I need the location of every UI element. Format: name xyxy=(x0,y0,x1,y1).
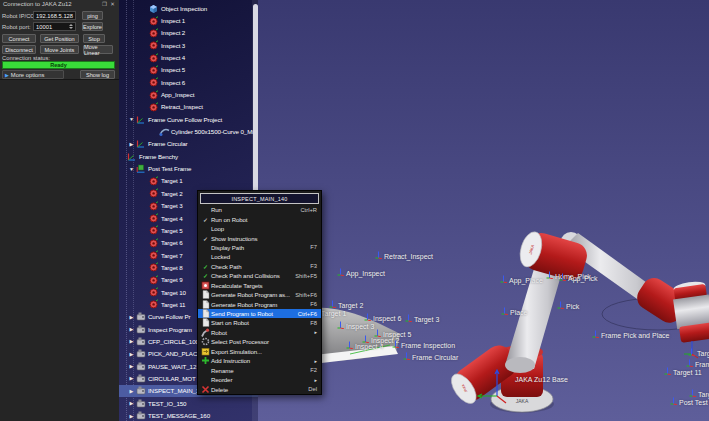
float-panel-icon[interactable]: ❐ xyxy=(101,1,108,7)
menu-item[interactable]: Reorder▸ xyxy=(198,375,321,384)
tree-item-label: Target 4 xyxy=(161,215,183,222)
ping-button[interactable]: ping xyxy=(82,11,103,20)
target-icon xyxy=(149,40,161,50)
menu-item[interactable]: Start on RobotF8 xyxy=(198,318,321,327)
menu-item[interactable]: ✓Check Path and CollisionsShift+F5 xyxy=(198,271,321,280)
tree-item[interactable]: ▼Post Test Frame xyxy=(119,162,258,174)
tree-item[interactable]: ▶TEST_MESSAGE_160 xyxy=(119,409,258,421)
menu-item[interactable]: ✓Show Instructions xyxy=(198,233,321,242)
chevron-right-icon[interactable]: ▶ xyxy=(127,388,136,394)
menu-item[interactable]: RunCtrl+R xyxy=(198,205,321,214)
tree-item[interactable]: ▶TEST_IO_150 xyxy=(119,397,258,409)
menu-item-label: Recalculate Targets xyxy=(211,282,317,289)
stop-button[interactable]: Stop xyxy=(83,34,105,43)
disconnect-button[interactable]: Disconnect xyxy=(2,45,36,54)
get-position-button[interactable]: Get Position xyxy=(40,34,79,43)
menu-item-label: Check Path xyxy=(211,263,307,270)
chevron-right-icon[interactable]: ▶ xyxy=(127,351,136,357)
chevron-right-icon[interactable]: ▶ xyxy=(127,375,136,381)
checkmark-icon: ✓ xyxy=(203,263,208,270)
chevron-right-icon[interactable]: ▶ xyxy=(127,141,136,147)
tree-item[interactable]: Inspect 1 xyxy=(119,14,258,26)
robot-3d-scene: JAKA JAKA JAKA xyxy=(258,0,709,421)
tree-item[interactable]: ▶Frame Circular xyxy=(119,138,258,150)
tree-item[interactable]: Inspect 5 xyxy=(119,64,258,76)
spinner-up-icon[interactable] xyxy=(69,24,73,26)
chevron-right-icon[interactable]: ▶ xyxy=(127,338,136,344)
tree-item[interactable]: Inspect 4 xyxy=(119,51,258,63)
target-icon xyxy=(149,188,161,198)
program-icon xyxy=(136,399,148,408)
tree-item[interactable]: Target 1 xyxy=(119,175,258,187)
chevron-right-icon[interactable]: ▶ xyxy=(127,363,136,369)
status-badge: Ready xyxy=(2,61,115,69)
ip-input[interactable]: 192.168.5.128 xyxy=(33,11,76,20)
menu-item[interactable]: ✓Run on Robot xyxy=(198,214,321,223)
menu-item[interactable]: Locked xyxy=(198,252,321,261)
program-icon xyxy=(136,349,148,358)
frame-green-icon xyxy=(136,164,148,173)
tree-item-label: Object Inspection xyxy=(161,5,207,12)
more-options-button[interactable]: ▶ More options xyxy=(2,70,64,79)
chevron-right-icon[interactable]: ▶ xyxy=(127,400,136,406)
menu-item-shortcut: F7 xyxy=(310,244,317,250)
tree-item[interactable]: App_Inspect xyxy=(119,88,258,100)
spinner-down-icon[interactable] xyxy=(69,27,73,29)
doc-icon xyxy=(200,309,211,318)
tree-item[interactable]: ▼Frame Curve Follow Project xyxy=(119,113,258,125)
menu-item[interactable]: Send Program to RobotCtrl+F6 xyxy=(198,309,321,318)
menu-item[interactable]: Export Simulation... xyxy=(198,347,321,356)
explore-button[interactable]: Explore xyxy=(82,22,103,31)
menu-item[interactable]: RenameF2 xyxy=(198,365,321,374)
menu-item[interactable]: Generate Robot ProgramF6 xyxy=(198,299,321,308)
target-icon xyxy=(149,287,161,297)
tree-item-label: PICK_AND_PLAC xyxy=(148,350,197,357)
frame-icon xyxy=(127,152,139,161)
target-icon xyxy=(149,213,161,223)
port-spinner[interactable] xyxy=(68,23,74,30)
submenu-arrow-icon: ▸ xyxy=(314,377,317,383)
move-joints-button[interactable]: Move Joints xyxy=(40,45,79,54)
menu-item-label: Show Instructions xyxy=(211,235,317,242)
menu-item[interactable]: DeleteDel xyxy=(198,384,321,393)
target-icon xyxy=(149,225,161,235)
tree-item[interactable]: Cylinder 500x1500-Curve 0_Mix xyxy=(119,125,258,137)
tree-item[interactable]: Inspect 3 xyxy=(119,39,258,51)
menu-item[interactable]: Select Post Processor xyxy=(198,337,321,346)
chevron-right-icon[interactable]: ▶ xyxy=(127,413,136,419)
3d-viewport[interactable]: JAKA JAKA JAKA xyxy=(258,0,709,421)
menu-item[interactable]: Recalculate Targets xyxy=(198,281,321,290)
move-linear-button[interactable]: Move Linear xyxy=(83,45,113,54)
show-log-button[interactable]: Show log xyxy=(80,70,115,79)
close-panel-icon[interactable]: ✕ xyxy=(109,1,116,7)
target-icon xyxy=(149,16,161,26)
tree-item[interactable]: Retract_Inspect xyxy=(119,101,258,113)
connect-button[interactable]: Connect xyxy=(2,34,36,43)
program-icon xyxy=(136,337,148,346)
menu-item-shortcut: F8 xyxy=(310,320,317,326)
connection-panel: Connection to JAKA Zu12 ❐ ✕ Robot IP/COM… xyxy=(0,0,119,80)
connection-panel-title: Connection to JAKA Zu12 xyxy=(3,1,72,7)
menu-item-label: Run xyxy=(211,206,297,213)
tree-item-label: TEST_MESSAGE_160 xyxy=(148,412,210,419)
tree-item[interactable]: Frame Benchy xyxy=(119,150,258,162)
chevron-down-icon[interactable]: ▼ xyxy=(127,116,136,122)
chevron-right-icon[interactable]: ▶ xyxy=(127,314,136,320)
chevron-down-icon[interactable]: ▼ xyxy=(127,166,136,172)
menu-item[interactable]: Display PathF7 xyxy=(198,243,321,252)
doc-icon xyxy=(200,318,211,327)
chevron-right-icon[interactable]: ▶ xyxy=(127,326,136,332)
tree-item[interactable]: Inspect 6 xyxy=(119,76,258,88)
program-icon xyxy=(136,386,148,395)
port-input[interactable]: 10001 xyxy=(33,22,76,31)
menu-item[interactable]: ✓Check PathF3 xyxy=(198,262,321,271)
menu-item[interactable]: Robot▸ xyxy=(198,328,321,337)
tree-item[interactable]: Object Inspection xyxy=(119,2,258,14)
tree-item-label: Inspect Program xyxy=(148,326,192,333)
target-icon xyxy=(149,275,161,285)
tree-item[interactable]: Inspect 2 xyxy=(119,27,258,39)
menu-item[interactable]: Add Instruction▸ xyxy=(198,356,321,365)
menu-item[interactable]: Loop xyxy=(198,224,321,233)
plus-icon xyxy=(200,356,211,365)
menu-item[interactable]: Generate Robot Program as...Shift+F6 xyxy=(198,290,321,299)
